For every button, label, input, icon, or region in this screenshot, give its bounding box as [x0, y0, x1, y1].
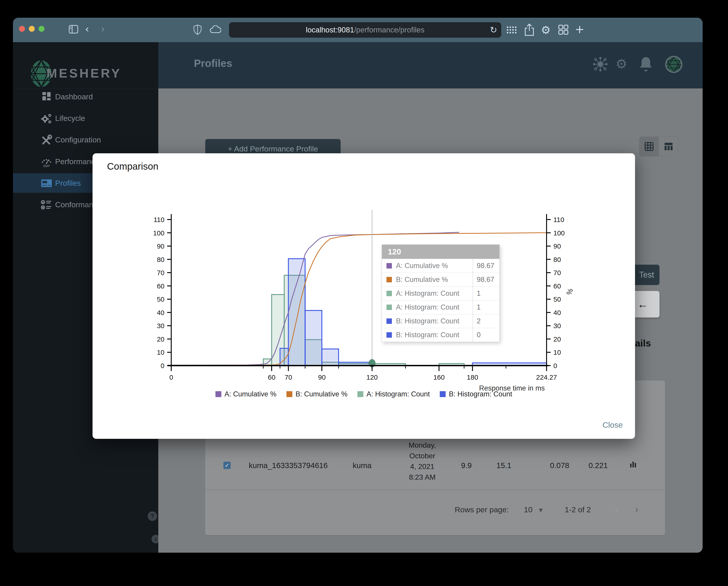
- legend-color-swatch: [215, 391, 222, 397]
- axis-tick-label: 50: [157, 295, 164, 303]
- privacy-shield-icon[interactable]: [193, 25, 202, 35]
- tooltip-series-value: 98.67: [473, 259, 499, 273]
- axis-tick-label: 0: [161, 362, 164, 369]
- url-path: /performance/profiles: [354, 26, 424, 34]
- axis-tick-label: 70: [157, 269, 164, 276]
- sidebar-item-label: Profiles: [55, 179, 81, 188]
- forward-button[interactable]: ›: [101, 23, 105, 35]
- close-button[interactable]: Close: [603, 421, 623, 429]
- axis-tick-label: 160: [434, 373, 445, 381]
- legend-item[interactable]: A: Histogram: Count: [358, 390, 430, 398]
- new-tab-icon[interactable]: +: [575, 23, 584, 36]
- tab-overview-icon[interactable]: [558, 25, 569, 35]
- legend-item[interactable]: A: Cumulative %: [215, 390, 277, 398]
- tooltip-series-value: 1: [473, 287, 499, 300]
- tooltip-series-value: 98.67: [473, 273, 499, 287]
- help-button[interactable]: ?: [148, 511, 157, 521]
- axis-tick-label: 90: [318, 373, 326, 381]
- next-page-button[interactable]: ›: [635, 503, 639, 515]
- grid-view-button[interactable]: [639, 137, 658, 156]
- sidebar-item-label: Configuration: [55, 135, 101, 144]
- legend-label: B: Cumulative %: [295, 390, 347, 398]
- axis-tick-label: 100: [553, 229, 565, 237]
- close-window-button[interactable]: [19, 26, 25, 32]
- dropdown-arrow-icon[interactable]: ▾: [539, 505, 543, 514]
- details-heading-fragment: ails: [635, 338, 651, 349]
- row-divider: [205, 490, 665, 490]
- table-view-button[interactable]: [658, 137, 678, 156]
- app-header: Profiles ⚙: [158, 42, 703, 88]
- rows-per-page-select[interactable]: 10: [524, 505, 532, 514]
- tooltip-row: B: Histogram: Count0: [382, 328, 499, 342]
- notifications-bell-icon[interactable]: [639, 56, 653, 72]
- share-icon[interactable]: [524, 24, 535, 36]
- date-line: 4, 2021: [405, 461, 439, 472]
- legend-item[interactable]: B: Histogram: Count: [440, 390, 512, 398]
- sidebar-item-lifecycle[interactable]: Lifecycle: [13, 108, 158, 128]
- conformance-checklist-icon: [41, 199, 52, 211]
- previous-page-button[interactable]: ‹: [615, 503, 619, 515]
- zoom-window-button[interactable]: [38, 26, 45, 32]
- axis-tick-label: 70: [553, 269, 561, 276]
- lifecycle-gears-icon: [41, 112, 52, 124]
- axis-tick-label: 10: [157, 349, 164, 356]
- chart-tooltip: 120A: Cumulative %98.67B: Cumulative %98…: [382, 244, 500, 342]
- axis-tick-label: 60: [553, 282, 561, 290]
- tooltip-row: A: Histogram: Count1: [382, 300, 499, 314]
- histogram-bar: [322, 349, 339, 366]
- axis-tick-label: 60: [157, 282, 164, 290]
- extensions-grid-icon[interactable]: [506, 26, 517, 34]
- row-checkbox[interactable]: ✓: [224, 462, 231, 469]
- cloud-icon[interactable]: [210, 25, 221, 33]
- legend-item[interactable]: B: Cumulative %: [286, 390, 347, 398]
- reload-icon[interactable]: ↻: [490, 25, 497, 35]
- axis-tick-label: 30: [157, 322, 164, 329]
- back-button[interactable]: ‹: [85, 23, 89, 35]
- tooltip-series-value: 1: [473, 300, 499, 314]
- p99-cell: 0.221: [576, 461, 608, 470]
- axis-tick-label: 40: [553, 309, 561, 316]
- service-mesh-hub-icon[interactable]: [592, 56, 608, 72]
- profiles-card-icon: [41, 177, 52, 189]
- axis-tick-label: 180: [467, 373, 478, 381]
- tooltip-title: 120: [382, 245, 499, 259]
- date-line: 8:23 AM: [405, 472, 439, 483]
- qps-cell: 9.9: [453, 461, 472, 470]
- series-color-swatch: [386, 318, 392, 324]
- axis-tick-label: 60: [268, 373, 275, 381]
- tooltip-row: B: Cumulative %98.67: [382, 273, 499, 287]
- histogram-bar: [280, 348, 288, 366]
- axis-tick-label: 90: [157, 242, 164, 250]
- legend-label: B: Histogram: Count: [449, 390, 512, 398]
- left-arrow-icon: ←: [637, 298, 648, 311]
- tooltip-series-label: B: Histogram: Count: [396, 317, 473, 325]
- axis-tick-label: 40: [157, 309, 164, 316]
- date-cell: Monday, October 4, 2021 8:23 AM: [405, 440, 439, 483]
- tooltip-series-label: A: Histogram: Count: [396, 303, 473, 311]
- performance-smp-icon: SMP: [41, 156, 52, 167]
- axis-tick-label: 120: [366, 373, 378, 381]
- series-color-swatch: [386, 291, 392, 296]
- configuration-wrench-icon: [41, 134, 52, 146]
- series-color-swatch: [386, 263, 392, 268]
- duration-cell: 15.1: [489, 461, 512, 470]
- sidebar-item-dashboard[interactable]: Dashboard: [13, 87, 158, 106]
- row-chart-icon[interactable]: [630, 460, 637, 468]
- axis-tick-label: 224.27: [536, 373, 557, 381]
- tooltip-row: A: Histogram: Count1: [382, 287, 499, 300]
- settings-gear-icon[interactable]: ⚙: [541, 24, 551, 36]
- app-settings-gear-icon[interactable]: ⚙: [616, 56, 627, 72]
- mesh-cell: kuma: [353, 461, 371, 470]
- sidebar-item-configuration[interactable]: Configuration: [13, 130, 158, 150]
- axis-tick-label: %: [565, 287, 575, 296]
- histogram-bar: [288, 259, 305, 366]
- view-toggle: [639, 136, 678, 157]
- sidebar-toggle-icon[interactable]: [69, 25, 78, 34]
- url-bar[interactable]: localhost:9081/performance/profiles ↻: [229, 22, 501, 38]
- sidebar-item-label: Dashboard: [55, 92, 93, 101]
- axis-tick-label: 20: [553, 336, 561, 343]
- axis-tick-label: 110: [154, 216, 164, 223]
- user-avatar[interactable]: [665, 55, 683, 74]
- minimize-window-button[interactable]: [29, 26, 35, 32]
- profile-name-cell: kuma_1633353794616: [249, 461, 328, 470]
